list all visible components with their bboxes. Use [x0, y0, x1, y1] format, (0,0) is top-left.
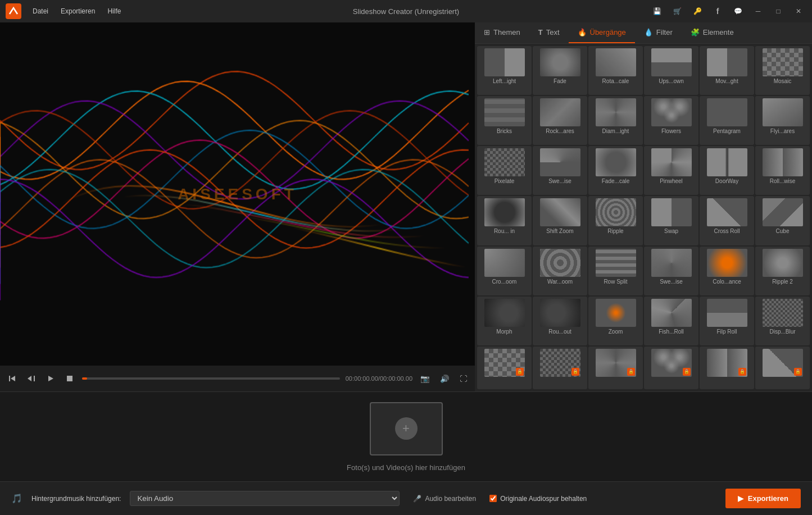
- transition-item-pinwheel[interactable]: Pinwheel: [644, 146, 698, 195]
- transition-item-bricks[interactable]: Bricks: [477, 96, 532, 145]
- add-media-button[interactable]: +: [370, 402, 443, 455]
- uebergaenge-icon: 🔥: [578, 28, 587, 37]
- restore-btn[interactable]: □: [770, 3, 786, 19]
- transition-item-sweise[interactable]: Swe...ise: [533, 146, 587, 195]
- audio-select[interactable]: Kein Audio: [130, 491, 400, 506]
- save-btn[interactable]: 💾: [649, 3, 665, 19]
- screenshot-btn[interactable]: 📷: [418, 373, 432, 384]
- menu-datei[interactable]: Datei: [28, 5, 53, 17]
- transition-item-doorway[interactable]: DoorWay: [700, 146, 754, 195]
- transition-label-mosaic: Mosaic: [763, 78, 803, 84]
- transition-item-cube[interactable]: Cube: [755, 196, 810, 245]
- transition-item-locked4[interactable]: 🔒: [644, 347, 698, 389]
- transition-item-leftlight[interactable]: Left...ight: [477, 46, 532, 95]
- transition-item-diamight[interactable]: Diam...ight: [588, 96, 643, 145]
- transition-item-flowers[interactable]: Flowers: [644, 96, 698, 145]
- tab-filter[interactable]: 💧 Filter: [635, 22, 682, 43]
- export-button[interactable]: ▶ Exportieren: [725, 489, 801, 508]
- bg-music-label: Hintergrundmusik hinzufügen:: [31, 495, 121, 503]
- chat-btn[interactable]: 💬: [730, 3, 746, 19]
- transition-thumb-locked1: 🔒: [484, 349, 525, 377]
- transition-item-locked1[interactable]: 🔒: [477, 347, 532, 389]
- transition-item-fliproll[interactable]: Filp Roll: [700, 297, 754, 345]
- transition-label-rollwise: Roll...wise: [763, 178, 803, 184]
- transition-label-flowers: Flowers: [651, 128, 692, 134]
- audio-edit-btn[interactable]: 🎤 Audio bearbeiten: [409, 493, 480, 505]
- transition-item-flyiares[interactable]: Flyi...ares: [755, 96, 810, 145]
- transition-item-locked2[interactable]: 🔒: [533, 347, 587, 389]
- transition-label-zoom: Zoom: [596, 329, 636, 335]
- transition-label-fade: Fade: [540, 78, 580, 84]
- transition-item-shiftzoom[interactable]: Shift Zoom: [533, 196, 587, 245]
- transition-item-crooom[interactable]: Cro...oom: [477, 247, 532, 295]
- transition-item-mosaic[interactable]: Mosaic: [755, 46, 810, 95]
- progress-bar[interactable]: [82, 377, 340, 380]
- menu-hilfe[interactable]: Hilfe: [103, 5, 125, 17]
- window-controls: 💾 🛒 🔑 f 💬 ─ □ ✕: [649, 3, 806, 19]
- transition-item-fade[interactable]: Fade: [533, 46, 587, 95]
- transition-label-ripple2: Ripple 2: [763, 279, 803, 285]
- transition-item-rockares[interactable]: Rock...ares: [533, 96, 587, 145]
- transition-thumb-sweise2: [651, 249, 692, 277]
- tab-themen[interactable]: ⊞ Themen: [475, 22, 529, 43]
- transition-item-locked5[interactable]: 🔒: [700, 347, 754, 389]
- volume-btn[interactable]: 🔊: [438, 373, 452, 384]
- step-back-btn[interactable]: [25, 372, 38, 385]
- transition-item-rouin[interactable]: Rou... in: [477, 196, 532, 245]
- elemente-icon: 🧩: [691, 28, 700, 37]
- transition-item-coloance[interactable]: Colo...ance: [700, 247, 754, 295]
- filter-icon: 💧: [644, 28, 653, 37]
- transition-item-crossroll[interactable]: Cross Roll: [700, 196, 754, 245]
- main-area: AISEESOFT 00:00:00.00/00:00:00.00 📷 🔊 ⛶: [0, 22, 812, 391]
- transition-item-locked3[interactable]: 🔒: [588, 347, 643, 389]
- transition-label-crooom: Cro...oom: [484, 279, 525, 285]
- transition-thumb-pentagram: [707, 98, 747, 126]
- transition-thumb-crossroll: [707, 198, 747, 226]
- close-btn[interactable]: ✕: [791, 3, 806, 19]
- transition-item-morph[interactable]: Morph: [477, 297, 532, 345]
- cart-btn[interactable]: 🛒: [669, 3, 685, 19]
- transition-item-rowsplit[interactable]: Row Split: [588, 247, 643, 295]
- prev-frame-btn[interactable]: [6, 372, 19, 385]
- facebook-btn[interactable]: f: [710, 3, 725, 19]
- tab-elemente[interactable]: 🧩 Elemente: [682, 22, 743, 43]
- lock-badge: 🔒: [794, 368, 802, 376]
- preview-area: AISEESOFT 00:00:00.00/00:00:00.00 📷 🔊 ⛶: [0, 22, 475, 391]
- transition-item-upsown[interactable]: Ups...own: [644, 46, 698, 95]
- original-audio-checkbox[interactable]: [489, 495, 497, 502]
- transition-item-pixelate[interactable]: Pixelate: [477, 146, 532, 195]
- transition-label-fadecale: Fade...cale: [596, 178, 636, 184]
- tab-text[interactable]: T Text: [529, 22, 569, 43]
- transition-thumb-swap: [651, 198, 692, 226]
- text-icon: T: [538, 28, 543, 37]
- transition-item-rotascale[interactable]: Rota...cale: [588, 46, 643, 95]
- fullscreen-btn[interactable]: ⛶: [457, 373, 469, 384]
- original-audio: Originale Audiospur behalten: [489, 495, 587, 503]
- transition-thumb-locked5: 🔒: [707, 349, 747, 377]
- stop-btn[interactable]: [63, 372, 76, 385]
- transition-item-ripple2[interactable]: Ripple 2: [755, 247, 810, 295]
- transition-item-sweise2[interactable]: Swe...ise: [644, 247, 698, 295]
- transition-label-dispblur: Disp...Blur: [763, 329, 803, 335]
- key-btn[interactable]: 🔑: [689, 3, 705, 19]
- transition-item-movght[interactable]: Mov...ght: [700, 46, 754, 95]
- transition-item-zoom[interactable]: Zoom: [588, 297, 643, 345]
- transition-item-locked6[interactable]: 🔒: [755, 347, 810, 389]
- minimize-btn[interactable]: ─: [750, 3, 766, 19]
- tab-uebergaenge[interactable]: 🔥 Übergänge: [569, 22, 635, 43]
- transition-thumb-shiftzoom: [540, 198, 580, 226]
- transition-item-swap[interactable]: Swap: [644, 196, 698, 245]
- transition-item-fadecale[interactable]: Fade...cale: [588, 146, 643, 195]
- transition-item-rouout[interactable]: Rou...out: [533, 297, 587, 345]
- transition-item-dispblur[interactable]: Disp...Blur: [755, 297, 810, 345]
- transition-item-waroom[interactable]: War...oom: [533, 247, 587, 295]
- transition-item-ripple[interactable]: Ripple: [588, 196, 643, 245]
- transition-thumb-fishroll: [651, 299, 692, 327]
- transition-item-fishroll[interactable]: Fish...Roll: [644, 297, 698, 345]
- transition-label-pinwheel: Pinwheel: [651, 178, 692, 184]
- transition-item-rollwise[interactable]: Roll...wise: [755, 146, 810, 195]
- filter-label: Filter: [656, 28, 673, 37]
- transition-item-pentagram[interactable]: Pentagram: [700, 96, 754, 145]
- play-btn[interactable]: [44, 372, 57, 385]
- menu-exportieren[interactable]: Exportieren: [56, 5, 99, 17]
